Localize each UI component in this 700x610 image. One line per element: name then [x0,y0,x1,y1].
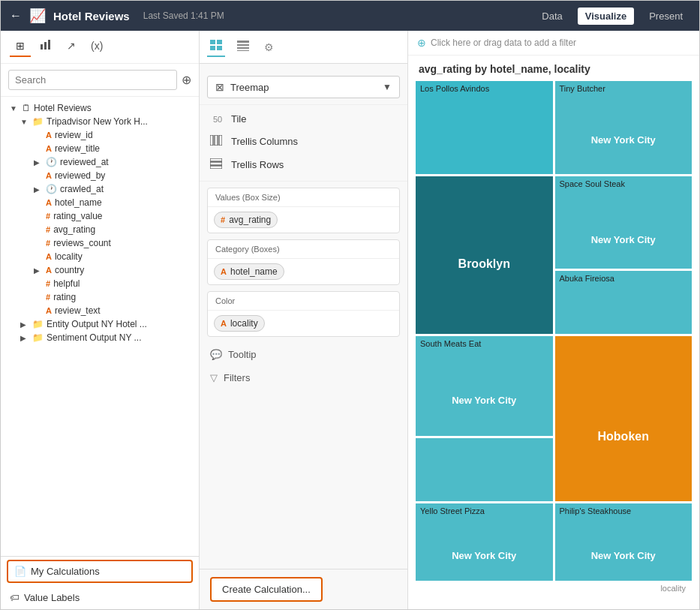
tree-label: Tripadvisor New York H... [47,116,148,127]
treemap-cell-brooklyn[interactable]: Brooklyn [416,176,553,334]
settings-view-tab[interactable]: ⚙ [261,38,277,56]
search-input[interactable] [8,70,177,90]
app-container: ← 📈 Hotel Reviews Last Saved 1:41 PM Dat… [0,0,700,610]
svg-rect-4 [217,40,222,44]
color-config-section: Color A locality [207,291,400,337]
text-pill-icon: A [221,267,227,276]
tree-item-sentiment-output[interactable]: ▶ 📁 Sentiment Output NY ... [1,331,199,344]
app-title: Hotel Reviews [53,10,130,23]
tree-item-review-id[interactable]: ▶ A review_id [1,128,199,142]
cell-locality: Brooklyn [416,257,553,271]
number-field-icon: # [46,225,50,234]
my-calculations-item[interactable]: 📄 My Calculations [7,560,193,583]
visualize-tab-button[interactable]: Visualize [578,8,634,25]
tree-item-rating-value[interactable]: ▶ # rating_value [1,209,199,223]
last-saved-text: Last Saved 1:41 PM [143,11,224,21]
tooltip-label: Tooltip [228,349,257,360]
treemap-icon: ⊠ [215,81,224,93]
tree-item-entity-output[interactable]: ▶ 📁 Entity Output NY Hotel ... [1,317,199,331]
svg-rect-1 [44,42,47,50]
tree-item-tripadvisor[interactable]: ▼ 📁 Tripadvisor New York H... [1,115,199,128]
back-button[interactable]: ← [10,9,22,23]
formula-icon-btn[interactable]: (x) [85,37,109,57]
treemap-cell-space-soul[interactable]: Space Soul Steak New York City [555,176,692,269]
number-field-icon: # [46,239,50,248]
tree-item-reviewed-by[interactable]: ▶ A reviewed_by [1,169,199,182]
tree-item-avg-rating[interactable]: ▶ # avg_rating [1,223,199,236]
cell-locality: New York City [416,550,553,561]
arrow-icon: ▼ [10,104,19,113]
treemap-cell-abuka[interactable]: Abuka Fireiosa [555,271,692,334]
text-field-icon: A [46,306,52,315]
treemap-cell-philips[interactable]: Philip's Steakhouse New York City [555,503,692,581]
text-pill-icon: A [221,319,227,328]
tree-item-reviews-count[interactable]: ▶ # reviews_count [1,236,199,250]
sidebar-bottom: 📄 My Calculations 🏷 Value Labels [1,556,199,609]
chart-type-selector[interactable]: ⊠ Treemap ▼ [207,76,400,98]
tree-item-review-title[interactable]: ▶ A review_title [1,142,199,155]
treemap-cell-south-meats[interactable]: South Meats Eat New York City [416,336,553,437]
tree-item-hotel-name[interactable]: ▶ A hotel_name [1,196,199,209]
database-icon-btn[interactable]: ⊞ [10,37,31,57]
treemap-cell-yello-pizza[interactable]: Yello Street Pizza New York City [416,503,553,581]
arrow-icon: ▶ [34,266,43,275]
sidebar-icon-bar: ⊞ ↗ (x) [1,31,199,64]
chart-type-label: Trellis Rows [231,159,284,170]
bar-chart-icon-btn[interactable] [34,37,58,57]
svg-rect-2 [48,40,50,50]
right-panel: ⊕ Click here or drag data to add a filte… [408,31,699,609]
tree-item-hotel-reviews[interactable]: ▼ 🗒 Hotel Reviews [1,101,199,115]
avg-rating-pill[interactable]: # avg_rating [214,212,278,228]
cell-locality: New York City [555,134,692,146]
tree-label: locality [55,251,83,262]
chart-view-tab[interactable] [207,37,225,57]
present-tab-button[interactable]: Present [641,8,690,25]
text-field-icon: A [46,144,52,153]
svg-rect-15 [210,162,222,165]
svg-rect-11 [210,135,213,146]
text-field-icon: A [46,266,52,275]
tree-item-rating[interactable]: ▶ # rating [1,290,199,304]
table-view-tab[interactable] [234,38,252,56]
tree-label: rating [53,292,76,302]
tree-item-locality[interactable]: ▶ A locality [1,250,199,263]
my-calculations-label: My Calculations [31,566,100,577]
text-field-icon: A [46,198,52,207]
chart-type-trellis-columns[interactable]: Trellis Columns [200,130,407,153]
create-calculation-button[interactable]: Create Calculation... [210,577,323,602]
data-tab-button[interactable]: Data [534,8,569,25]
svg-rect-16 [210,166,222,169]
cell-hotel-name: Los Pollos Avindos [416,81,553,96]
chart-type-trellis-rows[interactable]: Trellis Rows [200,153,407,176]
tree-item-reviewed-at[interactable]: ▶ 🕐 reviewed_at [1,155,199,169]
clock-icon: 🕐 [46,157,57,167]
tree-item-crawled-at[interactable]: ▶ 🕐 crawled_at [1,182,199,196]
cell-hotel-name: Space Soul Steak [555,176,692,191]
trend-icon-btn[interactable]: ↗ [61,37,82,57]
value-labels-icon: 🏷 [10,592,20,603]
tree-item-country[interactable]: ▶ A country [1,263,199,277]
chart-type-tile[interactable]: 50 Tile [200,108,407,130]
tree-item-helpful[interactable]: ▶ # helpful [1,277,199,290]
tree-item-review-text[interactable]: ▶ A review_text [1,304,199,317]
treemap-cell-tiny-butcher[interactable]: Tiny Butcher New York City [555,81,692,174]
text-field-icon: A [46,131,52,140]
value-labels-item[interactable]: 🏷 Value Labels [1,586,199,609]
svg-rect-9 [237,47,249,49]
tooltip-row[interactable]: 💬 Tooltip [200,343,407,366]
filter-bar[interactable]: ⊕ Click here or drag data to add a filte… [408,31,699,56]
middle-header: ⚙ [200,31,407,64]
add-field-button[interactable]: ⊕ [182,73,191,87]
selected-chart-label: Treemap [230,82,269,93]
treemap-cell-hoboken[interactable]: Hoboken [555,336,692,501]
left-sidebar: ⊞ ↗ (x) ⊕ ▼ 🗒 Hotel Reviews [1,31,200,609]
locality-pill[interactable]: A locality [214,315,265,332]
hotel-name-pill[interactable]: A hotel_name [214,263,284,280]
chart-type-label: Trellis Columns [231,136,298,147]
category-section-title: Category (Boxes) [208,240,399,259]
chart-type-label: Tile [231,113,246,125]
filters-row[interactable]: ▽ Filters [200,366,407,389]
app-icon: 📈 [29,8,46,24]
treemap-cell-nyc-right[interactable] [416,438,553,501]
treemap-cell-los-pollos[interactable]: Los Pollos Avindos [416,81,553,174]
